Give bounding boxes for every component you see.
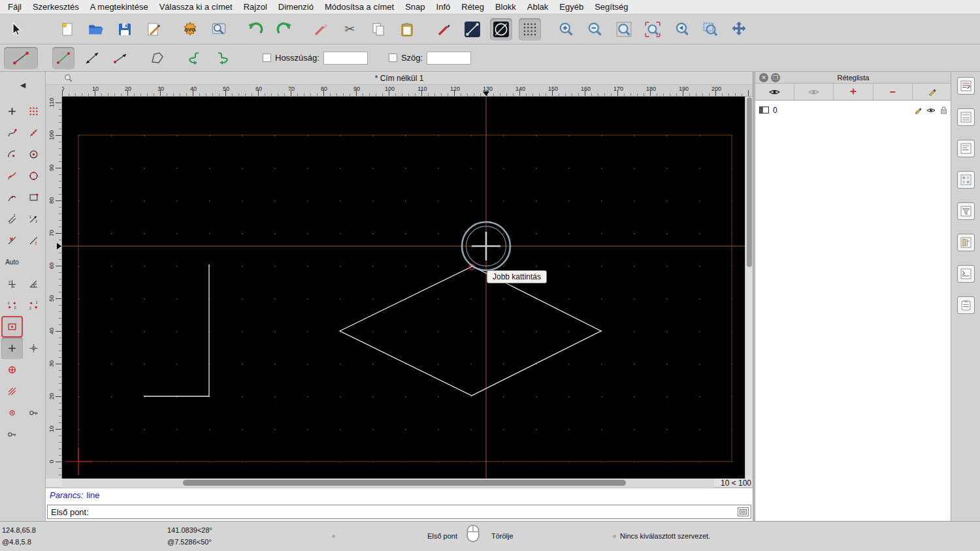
menu-item[interactable]: Válassza ki a címet [159, 2, 233, 12]
zoom-out-icon[interactable] [584, 18, 606, 40]
zoom-auto-icon[interactable] [642, 18, 664, 40]
lock-relative-zero-icon[interactable] [23, 402, 44, 424]
scissors-icon[interactable]: ✂ [338, 18, 361, 40]
angle-checkbox[interactable] [389, 54, 397, 62]
palette-collapse-button[interactable]: ◀ [12, 80, 34, 91]
dock-quick-info-icon[interactable] [957, 140, 975, 157]
snap-grid-icon[interactable] [23, 101, 44, 122]
layer-row[interactable]: 0 [755, 103, 951, 117]
vertical-scrollbar-thumb[interactable] [747, 97, 752, 267]
remove-layer-icon[interactable]: − [874, 84, 913, 100]
menu-item[interactable]: A megtekintése [90, 2, 148, 12]
line-horizontal-icon[interactable] [110, 47, 132, 69]
vertical-scrollbar[interactable] [745, 97, 753, 479]
print-preview-icon[interactable] [208, 18, 230, 40]
angle-input[interactable] [427, 52, 471, 65]
add-layer-icon[interactable]: ＋ [834, 84, 873, 100]
hide-all-layers-icon[interactable] [794, 84, 834, 100]
pan-icon[interactable] [728, 18, 750, 40]
save-icon[interactable] [114, 18, 136, 40]
relative-zero-marker-icon[interactable] [1, 402, 23, 424]
zoom-in-icon[interactable] [555, 18, 578, 40]
zoom-window-icon[interactable] [699, 18, 721, 40]
edit-document-icon[interactable] [142, 18, 165, 40]
relative-zero-tool-icon[interactable] [1, 316, 23, 338]
length-input[interactable] [323, 52, 368, 65]
snap-perpendicular-icon[interactable] [1, 187, 23, 208]
snap-center-arc-icon[interactable] [1, 144, 23, 165]
dock-block-list-icon[interactable] [957, 171, 975, 189]
menu-item[interactable]: Módosítsa a címet [325, 2, 394, 12]
restrict-nothing-icon[interactable] [1, 230, 23, 251]
paste-icon[interactable] [396, 18, 418, 40]
draw-pen-icon[interactable] [433, 18, 455, 40]
snap-middle-icon[interactable] [23, 165, 44, 187]
show-all-layers-icon[interactable] [755, 84, 794, 100]
zoom-extents-icon[interactable] [613, 18, 635, 40]
copy-icon[interactable] [367, 18, 389, 40]
construction-lines-icon[interactable] [1, 381, 23, 402]
menu-item[interactable]: Egyéb [559, 2, 583, 12]
export-svg-icon[interactable]: SVG [179, 18, 201, 40]
snap-distance-lines-icon[interactable]: 21 [1, 208, 23, 230]
snap-auto-button[interactable]: Auto [1, 251, 23, 273]
command-input[interactable]: Első pont: [47, 505, 751, 519]
snap-on-entity-icon[interactable] [23, 122, 44, 144]
menu-item[interactable]: Fájl [8, 2, 22, 12]
select-cursor-icon[interactable] [5, 18, 27, 40]
coordinate-cartesian-icon[interactable]: yx [1, 273, 23, 294]
dock-entity-filter-icon[interactable] [957, 108, 975, 126]
redo-sequence-icon[interactable] [212, 47, 234, 69]
set-relative-zero-icon[interactable] [1, 359, 23, 381]
unlock-relative-zero-icon[interactable] [1, 424, 23, 445]
dock-command-widget-icon[interactable] [957, 265, 975, 283]
panel-float-icon[interactable]: ❐ [771, 73, 780, 82]
ellipse-tool-icon[interactable] [490, 18, 512, 40]
zoom-previous-icon[interactable] [670, 18, 693, 40]
undo-sequence-icon[interactable] [183, 47, 205, 69]
menu-item[interactable]: Réteg [461, 2, 484, 12]
panel-close-icon[interactable]: ✕ [759, 73, 768, 82]
layer-edit-icon[interactable] [914, 106, 922, 114]
snap-dist-point-2-icon[interactable]: 21 [23, 294, 44, 316]
dock-clipboard-icon[interactable] [957, 296, 975, 314]
line-tool-current-icon[interactable] [4, 47, 38, 69]
menu-item[interactable]: Rajzol [244, 2, 267, 12]
redo-icon[interactable] [273, 18, 295, 40]
horizontal-scrollbar[interactable] [62, 479, 714, 488]
edit-layer-icon[interactable] [913, 84, 951, 100]
menu-item[interactable]: Snap [405, 2, 425, 12]
layer-visible-icon[interactable] [926, 107, 936, 114]
line-properties-icon[interactable] [461, 18, 483, 40]
line-two-points-icon[interactable] [52, 47, 74, 69]
snap-dist-point-1-icon[interactable]: 12 [1, 294, 23, 316]
crosshair-toggle-icon[interactable] [23, 338, 44, 359]
menu-item[interactable]: Blokk [495, 2, 516, 12]
command-keyboard-button[interactable] [738, 507, 749, 516]
open-file-icon[interactable] [85, 18, 107, 40]
snap-tangent-icon[interactable] [1, 165, 23, 187]
polyline-icon[interactable] [146, 47, 169, 69]
snap-middle-manual-icon[interactable] [1, 338, 23, 359]
menu-item[interactable]: Dimenzió [278, 2, 314, 12]
horizontal-scrollbar-thumb[interactable] [183, 480, 626, 486]
menu-item[interactable]: Szerkesztés [33, 2, 79, 12]
drawing-canvas[interactable]: Jobb kattintás [62, 97, 745, 479]
line-angle-icon[interactable] [81, 47, 103, 69]
undo-icon[interactable] [244, 18, 267, 40]
snap-center-icon[interactable] [23, 144, 44, 165]
grid-toggle-icon[interactable] [519, 18, 541, 40]
dock-layer-list-icon[interactable] [957, 77, 975, 95]
snap-endpoint-icon[interactable] [1, 122, 23, 144]
menu-item[interactable]: Ablak [527, 2, 549, 12]
dock-filter-icon[interactable] [957, 202, 975, 220]
snap-sequence-icon[interactable]: 12 [23, 208, 44, 230]
cut-pen-icon[interactable] [310, 18, 332, 40]
coordinate-polar-icon[interactable]: α [23, 273, 44, 294]
restrict-orthogonal-icon[interactable]: ! [23, 230, 44, 251]
snap-free-icon[interactable] [1, 101, 23, 122]
dock-library-browser-icon[interactable] [957, 234, 975, 251]
menu-item[interactable]: Infó [436, 2, 451, 12]
snap-rect-corner-icon[interactable] [23, 187, 44, 208]
layer-lock-icon[interactable] [940, 106, 947, 114]
